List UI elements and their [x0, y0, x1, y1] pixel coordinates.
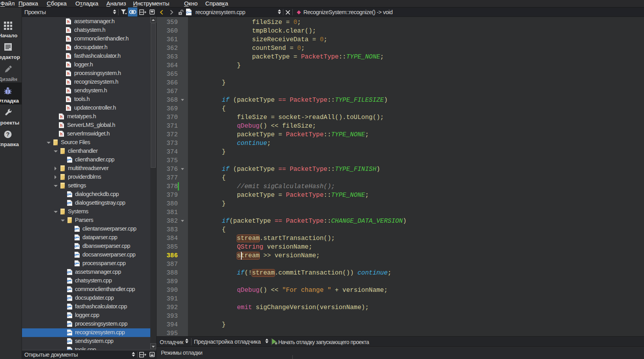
- svg-text:h: h: [67, 106, 69, 110]
- svg-text:C++: C++: [186, 11, 192, 14]
- svg-text:h: h: [67, 46, 69, 50]
- svg-text:h: h: [60, 115, 62, 119]
- svg-text:h: h: [67, 89, 69, 93]
- svg-text:?: ?: [6, 131, 10, 137]
- svg-text:h: h: [67, 80, 69, 84]
- svg-text:h: h: [67, 20, 69, 24]
- svg-text:h: h: [67, 37, 69, 41]
- svg-text:h: h: [60, 132, 62, 136]
- svg-text:h: h: [67, 28, 69, 33]
- svg-text:h: h: [67, 63, 69, 67]
- svg-text:h: h: [67, 71, 69, 76]
- svg-text:h: h: [67, 54, 69, 59]
- svg-text:h: h: [67, 97, 69, 102]
- svg-text:h: h: [60, 123, 62, 128]
